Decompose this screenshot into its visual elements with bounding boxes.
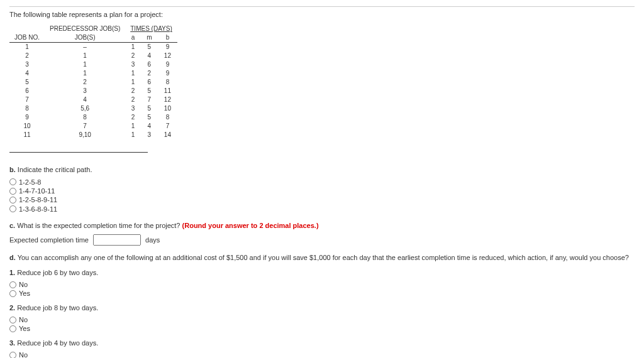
cell-b: 9 <box>158 43 177 52</box>
option-d2-1: Yes <box>9 324 635 333</box>
cell-m: 5 <box>141 113 158 122</box>
col-m: m <box>141 33 158 43</box>
radio-d2-0[interactable] <box>9 317 16 323</box>
hint-c: (Round your answer to 2 decimal places.) <box>182 222 319 229</box>
radio-d2-1[interactable] <box>9 325 16 332</box>
d-part-num: 2. <box>9 304 17 312</box>
cell-a: 2 <box>125 87 140 95</box>
radio-b-1[interactable] <box>9 188 16 195</box>
cell-pred: 8 <box>45 113 125 122</box>
cell-pred: 5,6 <box>45 104 125 113</box>
cell-m: 4 <box>141 52 158 60</box>
option-d1-0: No <box>9 280 635 289</box>
cell-pred: 1 <box>45 52 125 60</box>
table-row: 632511 <box>9 87 177 95</box>
cell-job: 1 <box>9 43 45 52</box>
option-label: Yes <box>19 324 30 333</box>
cell-b: 9 <box>158 60 177 69</box>
project-table: PREDECESSOR JOB(S) TIMES (DAYS) JOB NO. … <box>9 24 177 139</box>
option-label: Yes <box>19 289 30 298</box>
cell-job: 11 <box>9 131 45 139</box>
cell-pred: 3 <box>45 87 125 95</box>
cell-b: 8 <box>158 113 177 122</box>
cell-m: 5 <box>141 87 158 95</box>
cell-a: 1 <box>125 69 140 78</box>
radio-d1-1[interactable] <box>9 290 16 297</box>
option-label: 1-3-6-8-9-11 <box>19 205 57 214</box>
cell-job: 6 <box>9 87 45 95</box>
option-label: No <box>19 350 28 358</box>
cell-a: 3 <box>125 60 140 69</box>
label-c: c. <box>9 222 15 229</box>
d-part-text: Reduce job 8 by two days. <box>17 304 98 312</box>
radio-b-2[interactable] <box>9 197 16 203</box>
table-row: 742712 <box>9 95 177 104</box>
cell-pred: 1 <box>45 69 125 78</box>
cell-a: 2 <box>125 95 140 104</box>
cell-job: 2 <box>9 52 45 60</box>
cell-b: 7 <box>158 122 177 131</box>
radio-b-3[interactable] <box>9 205 16 212</box>
d-part-3: 3. Reduce job 4 by two days.NoYes <box>9 339 635 358</box>
option-b-0: 1-2-5-8 <box>9 178 635 187</box>
table-row: 107147 <box>9 122 177 131</box>
d-part-text: Reduce job 6 by two days. <box>17 269 98 276</box>
cell-pred: 1 <box>45 60 125 69</box>
cell-m: 6 <box>141 78 158 87</box>
cell-pred: – <box>45 43 125 52</box>
d-part-num: 3. <box>9 339 17 347</box>
table-row: 98258 <box>9 113 177 122</box>
table-row: 31369 <box>9 60 177 69</box>
option-d2-0: No <box>9 315 635 324</box>
option-b-2: 1-2-5-8-9-11 <box>9 195 635 204</box>
field-label-c: Expected completion time <box>9 236 89 244</box>
table-row: 1–159 <box>9 43 177 52</box>
option-label: 1-2-5-8-9-11 <box>19 195 57 204</box>
col-times: TIMES (DAYS) <box>125 24 177 33</box>
d-part-num: 1. <box>9 269 17 276</box>
cell-job: 3 <box>9 60 45 69</box>
cell-b: 12 <box>158 52 177 60</box>
cell-a: 2 <box>125 52 140 60</box>
radio-b-0[interactable] <box>9 178 16 185</box>
col-pred: PREDECESSOR JOB(S) <box>45 24 125 33</box>
radio-d1-0[interactable] <box>9 281 16 288</box>
table-row: 212412 <box>9 52 177 60</box>
cell-m: 5 <box>141 43 158 52</box>
intro-text: The following table represents a plan fo… <box>9 6 635 19</box>
cell-job: 10 <box>9 122 45 131</box>
cell-b: 11 <box>158 87 177 95</box>
completion-time-input[interactable] <box>93 234 141 246</box>
cell-job: 5 <box>9 78 45 87</box>
label-b: b. <box>9 166 16 173</box>
table-row: 52168 <box>9 78 177 87</box>
cell-job: 4 <box>9 69 45 78</box>
cell-a: 3 <box>125 104 140 113</box>
cell-pred: 4 <box>45 95 125 104</box>
question-c: c. What is the expected completion time … <box>9 221 635 246</box>
radio-d3-0[interactable] <box>9 352 16 358</box>
table-row: 119,101314 <box>9 131 177 139</box>
d-part-text: Reduce job 4 by two days. <box>17 339 98 347</box>
label-d: d. <box>9 254 16 261</box>
cell-pred: 7 <box>45 122 125 131</box>
cell-m: 2 <box>141 69 158 78</box>
text-d: You can accomplish any one of the follow… <box>18 254 629 261</box>
cell-a: 1 <box>125 131 140 139</box>
cell-a: 2 <box>125 113 140 122</box>
d-part-2: 2. Reduce job 8 by two days.NoYes <box>9 303 635 334</box>
cell-b: 14 <box>158 131 177 139</box>
text-b: Indicate the critical path. <box>18 166 92 173</box>
option-label: No <box>19 315 28 324</box>
text-c: What is the expected completion time for… <box>17 222 180 229</box>
unit-c: days <box>145 236 160 244</box>
cell-b: 12 <box>158 95 177 104</box>
option-b-3: 1-3-6-8-9-11 <box>9 205 635 214</box>
table-row: 41129 <box>9 69 177 78</box>
cell-pred: 2 <box>45 78 125 87</box>
col-jobs: JOB(S) <box>45 33 125 43</box>
option-d1-1: Yes <box>9 289 635 298</box>
cell-m: 7 <box>141 95 158 104</box>
cell-job: 7 <box>9 95 45 104</box>
cell-a: 1 <box>125 78 140 87</box>
